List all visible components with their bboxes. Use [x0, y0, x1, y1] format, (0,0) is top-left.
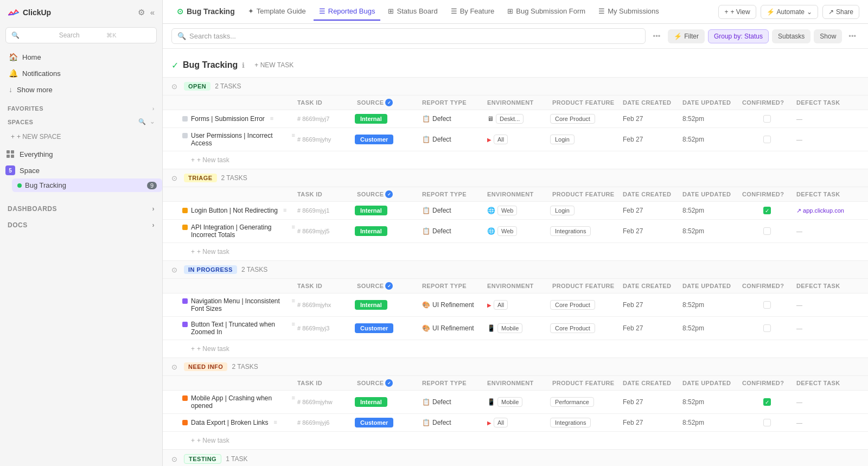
filter-button[interactable]: ⚡ Filter	[668, 29, 705, 43]
task-name-cell: Data Export | Broken Links ≡	[182, 419, 295, 426]
env-all-icon: ▶	[487, 420, 492, 426]
group-testing: ⊙ TESTING 1 TASK TASK ID SOURCE ✓ REPORT…	[163, 449, 868, 466]
add-task-button[interactable]: + + New task	[188, 155, 233, 165]
show-button[interactable]: Show	[814, 29, 842, 43]
share-button[interactable]: ↗ Share	[822, 5, 859, 19]
checkbox[interactable]	[763, 136, 771, 143]
sidebar-item-dashboards[interactable]: DASHBOARDS ›	[0, 201, 162, 217]
date-updated-cell: 8:52pm	[680, 115, 740, 123]
table-row[interactable]: Forms | Submission Error ≡ # 8669mjyj7 I…	[163, 110, 868, 128]
env-badge: All	[494, 418, 508, 427]
defect-icon: 📋	[422, 136, 430, 143]
toolbar-search[interactable]: 🔍 Search tasks...	[171, 28, 646, 44]
chevron-right-icon[interactable]: ›	[152, 105, 155, 112]
sidebar-item-everything[interactable]: Everything	[0, 146, 162, 162]
sidebar-item-bug-tracking[interactable]: Bug Tracking 9	[12, 178, 162, 192]
task-id: # 8669mjyj5	[295, 228, 355, 234]
defect-task-cell: —	[794, 136, 859, 143]
gear-icon[interactable]: ⚙	[138, 8, 145, 17]
checkbox-checked[interactable]: ✓	[763, 398, 771, 406]
more-options-icon[interactable]: •••	[650, 30, 664, 42]
spaces-section-icons: 🔍 ⌄	[138, 118, 155, 125]
group-by-button[interactable]: Group by: Status	[708, 29, 769, 43]
checkbox-checked[interactable]: ✓	[763, 207, 771, 214]
defect-task-cell: —	[794, 228, 859, 234]
sidebar-item-notifications[interactable]: 🔔 Notifications	[3, 65, 159, 81]
subtasks-button[interactable]: Subtasks	[772, 29, 810, 43]
table-row[interactable]: API Integration | Generating Incorrect T…	[163, 220, 868, 243]
product-badge: Login	[550, 135, 575, 144]
group-header-triage: ⊙ TRIAGE 2 TASKS	[163, 169, 868, 187]
group-count: 2 TASKS	[221, 174, 247, 182]
info-icon[interactable]: ℹ	[242, 61, 245, 69]
search-bar[interactable]: 🔍 Search ⌘K	[5, 27, 157, 43]
sidebar-item-docs[interactable]: DOCS ›	[0, 217, 162, 233]
col-date-updated: DATE UPDATED	[680, 283, 740, 289]
checkbox[interactable]	[763, 115, 771, 123]
task-id: # 8669mjyhw	[295, 399, 355, 405]
group-expand-icon[interactable]: ⊙	[171, 82, 177, 91]
tab-bug-tracking-main[interactable]: ⊙ Bug Tracking	[171, 3, 240, 21]
confirmed-cell	[740, 324, 794, 332]
confirmed-cell	[740, 301, 794, 309]
env-icon: 📱	[487, 324, 495, 332]
checkbox[interactable]	[763, 301, 771, 309]
more-options2-icon[interactable]: •••	[845, 30, 859, 42]
sidebar-item-show-more[interactable]: ↓ Show more	[3, 81, 159, 98]
tab-status-board[interactable]: ⊞ Status Board	[382, 3, 443, 21]
table-row[interactable]: Data Export | Broken Links ≡ # 8669mjyj6…	[163, 414, 868, 432]
source-verify-icon: ✓	[385, 282, 393, 290]
automate-button[interactable]: ⚡ Automate ⌄	[761, 5, 818, 19]
table-row[interactable]: User Permissions | Incorrect Access ≡ # …	[163, 128, 868, 151]
task-source-cell: Internal	[355, 114, 420, 124]
source-badge: Internal	[355, 397, 387, 407]
add-task-button[interactable]: + + New task	[188, 343, 233, 354]
table-row[interactable]: Login Button | Not Redirecting ≡ # 8669m…	[163, 202, 868, 220]
tab-template-guide[interactable]: ✦ Template Guide	[242, 3, 311, 21]
table-row[interactable]: Navigation Menu | Inconsistent Font Size…	[163, 293, 868, 317]
app-logo[interactable]: ClickUp	[8, 7, 51, 18]
sidebar-bottom: DASHBOARDS › DOCS ›	[0, 201, 162, 233]
task-status-dot	[182, 208, 188, 213]
col-defect-task: DEFECT TASK	[794, 380, 859, 386]
svg-rect-2	[7, 155, 10, 158]
table-header: TASK ID SOURCE ✓ REPORT TYPE ENVIRONMENT…	[163, 376, 868, 391]
sidebar-item-space[interactable]: 5 Space	[0, 162, 162, 178]
col-date-created: DATE CREATED	[621, 191, 680, 197]
chevron-down-icon[interactable]: ⌄	[150, 118, 155, 125]
defect-icon: 📋	[422, 207, 430, 214]
env-icon: 🌐	[487, 207, 495, 214]
svg-rect-3	[11, 155, 14, 158]
checkbox[interactable]	[763, 419, 771, 426]
sidebar-item-home[interactable]: 🏠 Home	[3, 49, 159, 65]
new-space-button[interactable]: + + NEW SPACE	[5, 130, 157, 144]
search-spaces-icon[interactable]: 🔍	[138, 118, 146, 125]
date-created-cell: Feb 27	[621, 398, 680, 406]
report-type-label: UI Refinement	[432, 301, 474, 309]
tab-my-submissions[interactable]: ☰ My Submissions	[593, 3, 665, 21]
checkbox[interactable]	[763, 324, 771, 332]
collapse-icon[interactable]: «	[150, 8, 155, 17]
view-button[interactable]: + + View	[718, 5, 756, 19]
main-content: ⊙ Bug Tracking ✦ Template Guide ☰ Report…	[163, 0, 868, 466]
checkbox[interactable]	[763, 227, 771, 235]
new-task-button[interactable]: + NEW TASK	[249, 59, 299, 72]
tab-by-feature[interactable]: ☰ By Feature	[445, 3, 500, 21]
defect-link[interactable]: ↗ app.clickup.con	[796, 207, 844, 214]
tab-bug-submission-form[interactable]: ⊞ Bug Submission Form	[502, 3, 591, 21]
group-expand-icon[interactable]: ⊙	[171, 174, 177, 182]
group-expand-icon[interactable]: ⊙	[171, 363, 177, 371]
col-product-feature: PRODUCT FEATURE	[550, 380, 621, 386]
tab-reported-bugs[interactable]: ☰ Reported Bugs	[314, 3, 381, 21]
add-task-button[interactable]: + + New task	[188, 246, 233, 257]
table-row[interactable]: Mobile App | Crashing when opened ≡ # 86…	[163, 391, 868, 414]
add-task-button[interactable]: + + New task	[188, 435, 233, 446]
table-row[interactable]: Button Text | Truncated when Zoomed In ≡…	[163, 317, 868, 340]
task-name-cell: Login Button | Not Redirecting ≡	[182, 207, 295, 214]
col-product-feature: PRODUCT FEATURE	[550, 99, 621, 106]
group-status-badge: OPEN	[184, 82, 210, 91]
table-header: TASK ID SOURCE ✓ REPORT TYPE ENVIRONMENT…	[163, 187, 868, 202]
col-task-id: TASK ID	[295, 99, 355, 106]
group-expand-icon[interactable]: ⊙	[171, 455, 177, 463]
group-expand-icon[interactable]: ⊙	[171, 266, 177, 274]
